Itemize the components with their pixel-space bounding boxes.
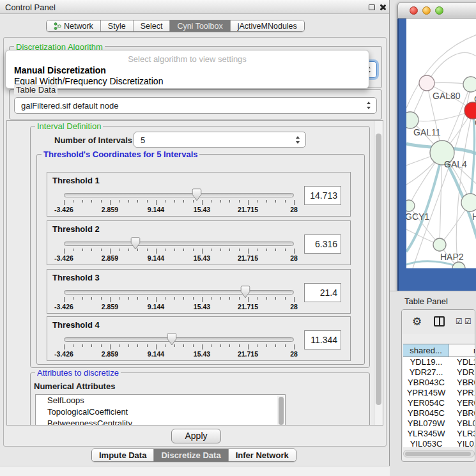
numerical-attributes-label: Numerical Attributes: [34, 381, 115, 391]
cell-shared-name: YBL079W: [403, 418, 449, 429]
control-panel-titlebar: Control Panel: [0, 0, 389, 14]
tick-label: 21.715: [238, 303, 258, 311]
node-label: H: [472, 211, 476, 222]
columns-icon[interactable]: [434, 316, 445, 326]
network-edge-thick[interactable]: [470, 111, 475, 203]
table-row[interactable]: YER054CYER0...: [403, 398, 475, 408]
list-item[interactable]: SelfLoops: [36, 395, 285, 406]
tab-discretize-data[interactable]: Discretize Data: [153, 449, 227, 461]
tab-select[interactable]: Select: [133, 20, 170, 31]
tick-mark: [73, 344, 73, 347]
tick-mark: [220, 297, 221, 300]
window-zoom-button[interactable]: [435, 6, 443, 15]
network-node[interactable]: [461, 194, 476, 211]
checkbox-icon[interactable]: ☑: [464, 317, 472, 326]
network-node[interactable]: [406, 200, 415, 211]
list-item[interactable]: TopologicalCoefficient: [36, 406, 285, 418]
table-data-combobox[interactable]: galFiltered.sif default node: [14, 97, 377, 114]
tick-mark: [248, 200, 249, 205]
list-item[interactable]: BetweennessCentrality: [36, 418, 285, 426]
tick-mark: [229, 200, 230, 203]
tab-label: Impute Data: [99, 450, 146, 460]
tick-mark: [91, 249, 92, 251]
tab-impute-data[interactable]: Impute Data: [92, 449, 153, 461]
combo-arrows-icon: [366, 102, 372, 109]
threshold-1-value-field[interactable]: 14.713: [304, 186, 341, 205]
table-row[interactable]: YBR045CYBR0...: [403, 408, 475, 418]
number-of-intervals-value: 5: [141, 135, 145, 144]
tick-mark: [101, 297, 102, 300]
network-node[interactable]: [419, 75, 434, 91]
table-header: shared... n...: [403, 344, 475, 357]
list-scrollbar[interactable]: [277, 395, 284, 426]
table-row[interactable]: YIL053CYIL0...: [403, 439, 475, 447]
threshold-1-slider-thumb[interactable]: [192, 188, 202, 201]
threshold-4-slider-thumb[interactable]: [167, 333, 177, 346]
cell-name: YBR0...: [449, 408, 475, 418]
checkbox-icon[interactable]: ☑: [456, 317, 463, 326]
tick-mark: [82, 200, 83, 203]
table-row[interactable]: YBR043CYBR0...: [403, 378, 475, 388]
tick-mark: [128, 200, 129, 203]
window-close-button[interactable]: [410, 6, 418, 15]
table-row[interactable]: YDR27...YDR2...: [403, 367, 475, 378]
tick-mark: [119, 200, 119, 203]
tick-mark: [220, 200, 221, 203]
tick-mark: [285, 249, 286, 251]
tick-mark: [128, 249, 129, 251]
tick-mark: [174, 344, 175, 347]
table-row[interactable]: YBL079WYBL0...: [403, 418, 475, 429]
tab-style[interactable]: Style: [100, 20, 133, 31]
threshold-1-panel: Threshold 1 -3.4262.8599.14415.4321.7152…: [47, 172, 351, 217]
threshold-4-slider[interactable]: [64, 337, 294, 342]
tick-mark: [110, 344, 111, 349]
tab-label: Network: [64, 22, 93, 31]
tab-label: jActiveMNodules: [238, 22, 297, 31]
tab-infer-network[interactable]: Infer Network: [228, 449, 296, 461]
threshold-4-value-field[interactable]: 11.344: [304, 330, 341, 349]
tick-mark: [64, 200, 65, 205]
threshold-1-slider[interactable]: [64, 193, 294, 197]
tick-label: 28: [290, 303, 298, 311]
tick-mark: [294, 344, 295, 349]
settings-scrollbar-thumb[interactable]: [376, 134, 381, 405]
threshold-2-slider-thumb[interactable]: [130, 237, 141, 250]
network-icon: [54, 22, 61, 30]
tab-jactivemnodules[interactable]: jActiveMNodules: [230, 20, 304, 31]
table-toolbar: ⚙ ☑ ☑: [402, 310, 475, 334]
gear-icon[interactable]: ⚙: [412, 315, 422, 328]
column-header-name[interactable]: n...: [449, 344, 475, 357]
table-row[interactable]: YPR145WYPR1...: [403, 388, 475, 398]
tick-mark: [193, 249, 194, 251]
network-node[interactable]: [463, 77, 476, 92]
algorithm-option-manual[interactable]: Manual Discretization: [14, 65, 106, 75]
threshold-3-slider[interactable]: [64, 290, 294, 295]
close-icon[interactable]: [379, 4, 386, 11]
tab-cyni-toolbox[interactable]: Cyni Toolbox: [169, 20, 229, 31]
threshold-3-slider-thumb[interactable]: [240, 286, 250, 298]
threshold-2-slider[interactable]: [64, 242, 294, 246]
tick-label: 9.144: [148, 303, 164, 311]
float-window-icon[interactable]: [369, 4, 375, 10]
node-table: ⚙ ☑ ☑ shared... n... YDL19...YDL1...YDR2…: [401, 309, 475, 462]
tick-label: 15.43: [194, 254, 210, 262]
network-node[interactable]: [433, 238, 446, 251]
network-node[interactable]: [406, 112, 418, 128]
table-row[interactable]: YLR345WYLR3...: [403, 429, 475, 439]
threshold-2-value-field[interactable]: 6.316: [304, 234, 341, 254]
tick-mark: [137, 249, 138, 251]
network-node[interactable]: [464, 102, 476, 119]
table-row[interactable]: YDL19...YDL1...: [403, 357, 475, 367]
tick-mark: [165, 200, 165, 203]
tab-network[interactable]: Network: [47, 20, 100, 31]
settings-scrollbar[interactable]: [374, 121, 383, 425]
column-header-shared-name[interactable]: shared...: [403, 344, 449, 357]
network-canvas[interactable]: GAL80GACGAL11GAL4GCY1HHAP2: [406, 19, 476, 268]
table-hscrollbar[interactable]: [403, 450, 475, 457]
number-of-intervals-combobox[interactable]: 5: [134, 132, 306, 148]
tick-mark: [137, 344, 138, 347]
threshold-3-value-field[interactable]: 21.4: [304, 283, 341, 302]
window-minimize-button[interactable]: [422, 6, 431, 15]
apply-button[interactable]: Apply: [171, 429, 221, 443]
tick-mark: [110, 249, 111, 254]
